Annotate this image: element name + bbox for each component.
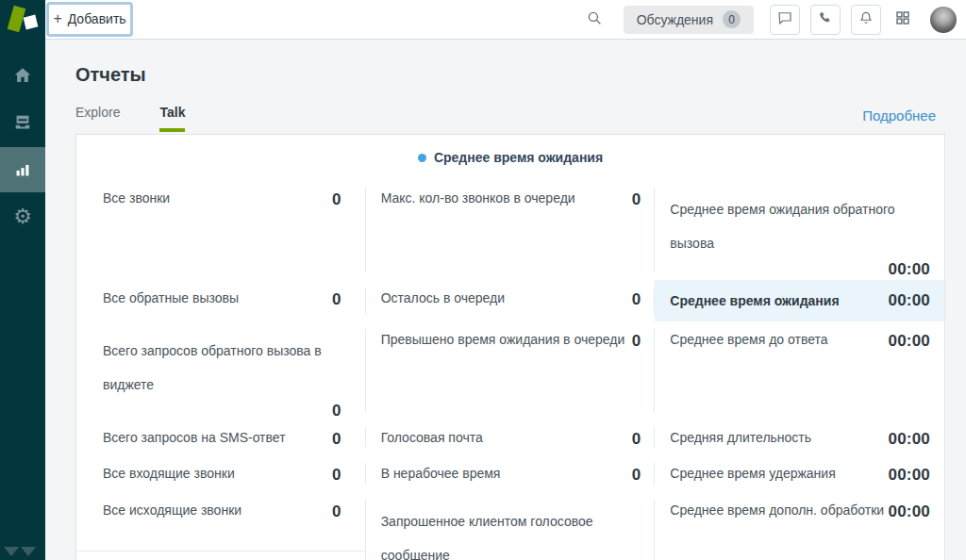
metric-avg-duration: Средняя длительность 00:00	[655, 420, 944, 455]
metric-label: В нерабочее время	[381, 466, 501, 481]
metric-after-hours: В нерабочее время 0	[366, 455, 656, 492]
metric-label: Всего запросов обратного вызова в виджет…	[103, 332, 341, 402]
apps-grid-button[interactable]	[891, 8, 914, 31]
metric-all-outbound-calls: Все исходящие звонки 0	[76, 492, 366, 560]
metric-label: Среднее время ожидания обратного вызова	[670, 190, 930, 260]
search-button[interactable]	[583, 8, 606, 31]
metric-label: Среднее время ожидания	[670, 293, 839, 308]
phone-button[interactable]	[810, 5, 841, 35]
search-icon	[586, 9, 603, 29]
metric-label: Среднее время до ответа	[670, 332, 827, 347]
sidebar-bottom-decoration	[0, 543, 45, 560]
plus-icon: +	[53, 10, 61, 27]
user-avatar[interactable]	[930, 7, 957, 33]
metric-avg-wait-highlighted: Среднее время ожидания 00:00	[655, 280, 944, 321]
report-panel: Среднее время ожидания Все звонки 0 Макс…	[75, 134, 945, 560]
tab-explore[interactable]: Explore	[75, 105, 120, 132]
metric-max-queue-calls: Макс. кол-во звонков в очереди 0	[366, 180, 656, 280]
metric-voicemail: Голосовая почта 0	[366, 420, 656, 455]
panel-legend: Среднее время ожидания	[76, 135, 944, 180]
sidebar: ⚙	[0, 0, 45, 560]
main-content: Отчеты Explore Talk Подробнее Среднее вр…	[45, 40, 966, 560]
metric-all-inbound-calls: Все входящие звонки 0	[76, 455, 366, 492]
metric-value: 0	[632, 332, 641, 351]
phone-icon	[817, 9, 834, 29]
chat-button[interactable]	[770, 5, 800, 35]
sidebar-item-reports[interactable]	[0, 147, 45, 192]
metric-label: Средняя длительность	[670, 430, 811, 445]
metric-value: 00:00	[889, 291, 930, 310]
metric-value: 0	[332, 502, 341, 521]
views-inbox-icon	[12, 112, 33, 133]
metric-value: 00:00	[889, 502, 930, 521]
page-title: Отчеты	[75, 64, 966, 86]
metric-value: 00:00	[889, 466, 930, 485]
metric-value: 0	[332, 466, 341, 485]
metric-queue-wait-exceeded: Превышено время ожидания в очереди 0	[366, 321, 656, 420]
metric-label: Всего запросов на SMS-ответ	[103, 430, 286, 445]
legend-dot-icon	[418, 154, 426, 162]
metric-all-calls: Все звонки 0	[76, 180, 366, 280]
legend-label: Среднее время ожидания	[434, 150, 603, 165]
metric-label: Все исходящие звонки	[103, 502, 242, 518]
topbar-right-cluster: Обсуждения 0	[583, 5, 966, 35]
metric-value: 0	[332, 430, 341, 449]
metric-label: Голосовая почта	[381, 430, 483, 445]
metric-value: 00:00	[889, 430, 930, 449]
sidebar-item-home[interactable]	[0, 53, 45, 98]
metric-avg-wrap-up-time: Среднее время дополн. обработки 00:00	[655, 492, 944, 560]
metric-value: 0	[632, 190, 641, 209]
metric-label: Все звонки	[103, 190, 170, 206]
chat-icon	[776, 9, 793, 29]
metric-value: 0	[632, 290, 641, 309]
metric-label: Среднее время удержания	[670, 466, 835, 481]
tabs-row: Explore Talk Подробнее	[75, 105, 936, 132]
notifications-button[interactable]	[851, 5, 881, 35]
home-icon	[12, 65, 33, 86]
metric-value: 0	[632, 430, 641, 449]
discussions-button[interactable]: Обсуждения 0	[624, 6, 754, 34]
metric-label: Все обратные вызовы	[103, 290, 239, 305]
gear-icon: ⚙	[13, 206, 32, 227]
topbar: + Добавить Обсуждения 0	[45, 0, 966, 40]
add-button-label: Добавить	[68, 11, 126, 26]
metric-widget-callback-requests: Всего запросов обратного вызова в виджет…	[76, 321, 366, 420]
metric-value: 0	[332, 290, 341, 309]
sidebar-nav: ⚙	[0, 40, 45, 239]
discussions-count-badge: 0	[723, 10, 741, 28]
metric-client-requested-voicemail: Запрошенное клиентом голосовое сообщение	[366, 492, 656, 560]
metric-label: Превышено время ожидания в очереди	[381, 332, 625, 347]
metric-value: 0	[103, 402, 341, 420]
bar-chart-icon	[12, 159, 33, 180]
app-logo	[0, 0, 45, 40]
metric-sms-requests: Всего запросов на SMS-ответ 0	[76, 420, 366, 455]
sidebar-item-views[interactable]	[0, 100, 45, 145]
metric-value: 00:00	[670, 260, 930, 279]
metric-avg-callback-wait: Среднее время ожидания обратного вызова …	[655, 180, 944, 280]
logo-white-shape	[24, 15, 39, 30]
metric-label: Макс. кол-во звонков в очереди	[381, 190, 575, 206]
add-button[interactable]: + Добавить	[46, 2, 133, 37]
more-details-link[interactable]: Подробнее	[862, 107, 936, 132]
metric-value: 0	[332, 190, 341, 209]
metric-value: 00:00	[889, 332, 930, 351]
grid-icon	[894, 9, 911, 29]
metric-avg-time-to-answer: Среднее время до ответа 00:00	[655, 321, 944, 420]
metric-avg-hold-time: Среднее время удержания 00:00	[655, 455, 944, 492]
metrics-grid: Все звонки 0 Макс. кол-во звонков в очер…	[76, 180, 944, 560]
metric-label: Все входящие звонки	[103, 466, 235, 481]
metric-label: Запрошенное клиентом голосовое сообщение	[381, 502, 641, 560]
sidebar-item-settings[interactable]: ⚙	[0, 194, 45, 239]
metric-left-in-queue: Осталось в очереди 0	[366, 280, 656, 321]
tab-talk[interactable]: Talk	[159, 105, 185, 132]
metric-all-callbacks: Все обратные вызовы 0	[76, 280, 366, 321]
discussions-label: Обсуждения	[637, 12, 713, 27]
metric-label: Осталось в очереди	[381, 290, 505, 305]
metric-label: Среднее время дополн. обработки	[670, 502, 884, 518]
bell-icon	[858, 9, 874, 29]
metric-value: 0	[632, 466, 641, 485]
